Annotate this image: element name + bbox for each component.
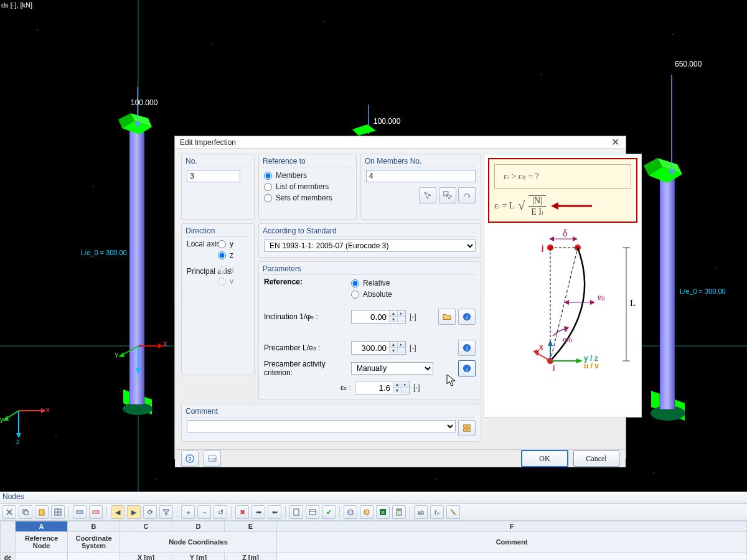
- precamber-label: Precamber L/e₀ :: [264, 343, 351, 352]
- arrow-left-icon: [550, 200, 593, 212]
- col-c-header[interactable]: C: [120, 521, 172, 532]
- tb-grid-icon[interactable]: [51, 505, 65, 519]
- absolute-radio[interactable]: [351, 291, 359, 299]
- ref-sets-radio[interactable]: [264, 194, 272, 202]
- svg-rect-53: [467, 425, 470, 427]
- nodes-table[interactable]: A B C D E F Reference Node Coordinate Sy…: [0, 521, 747, 560]
- svg-marker-40: [41, 408, 46, 413]
- on-members-input[interactable]: [366, 170, 476, 182]
- svg-text:L: L: [630, 298, 636, 308]
- edit-imperfection-dialog: Edit Imperfection ✕ No. Reference to Mem…: [174, 136, 626, 459]
- col-b-header[interactable]: B: [68, 521, 120, 532]
- cursor-icon: [446, 374, 456, 386]
- pick-window-icon[interactable]: [439, 187, 456, 203]
- svg-text:φ₀: φ₀: [563, 334, 572, 344]
- ok-button[interactable]: OK: [521, 450, 568, 467]
- tb-filter-icon[interactable]: [159, 505, 173, 519]
- tb-ab-icon[interactable]: ab: [414, 505, 428, 519]
- col-f-header[interactable]: F: [277, 521, 747, 532]
- tb-check-icon[interactable]: ✔: [322, 505, 336, 519]
- tb-3dnode-icon[interactable]: [360, 505, 374, 519]
- axis-y-label: Y: [115, 352, 119, 359]
- info-icon[interactable]: i: [458, 309, 476, 325]
- e0-input[interactable]: ▲▼▸: [355, 381, 410, 394]
- info-icon-2[interactable]: i: [458, 340, 476, 356]
- ref-list-radio[interactable]: [264, 183, 272, 191]
- activity-select[interactable]: Manually: [351, 362, 433, 375]
- col-d-header[interactable]: D: [172, 521, 225, 532]
- svg-text:u / v: u / v: [584, 362, 599, 370]
- ref-members-radio[interactable]: [264, 172, 272, 180]
- table-toolbar: ◀ ▶ ⟳ ＋ － ↺ ✖ ➡ ⬅ ✔ X ab fₓ: [0, 504, 747, 521]
- folder-icon[interactable]: [438, 309, 456, 325]
- formula-num: |N|: [529, 196, 546, 207]
- tb-row-del-icon[interactable]: [89, 505, 103, 519]
- tb-3dbox-icon[interactable]: [344, 505, 357, 519]
- comment-combo[interactable]: [187, 420, 456, 432]
- col-e-header[interactable]: E: [225, 521, 277, 532]
- col-a-header[interactable]: A: [16, 521, 68, 532]
- tb-table-icon[interactable]: [306, 505, 319, 519]
- svg-rect-101: [294, 509, 299, 515]
- cancel-button[interactable]: Cancel: [573, 450, 619, 467]
- dialog-titlebar[interactable]: Edit Imperfection ✕: [175, 136, 626, 149]
- column-mid[interactable]: [352, 105, 376, 136]
- col-x[interactable]: X [m]: [120, 553, 172, 561]
- pick-member-icon[interactable]: [419, 187, 436, 203]
- tb-copy-icon[interactable]: [19, 505, 32, 519]
- tb-script-icon[interactable]: [446, 505, 460, 519]
- tb-plus-icon[interactable]: ＋: [181, 505, 195, 519]
- tb-new-icon[interactable]: [289, 505, 303, 519]
- precamber-input[interactable]: ▲▼▸: [351, 341, 406, 355]
- column-right[interactable]: [644, 75, 685, 421]
- svg-marker-57: [551, 202, 558, 210]
- tb-arrow-right-icon[interactable]: ➡: [251, 505, 265, 519]
- close-icon[interactable]: ✕: [609, 136, 621, 148]
- axis-y-radio[interactable]: [218, 240, 226, 248]
- reverse-arrow-icon[interactable]: [458, 187, 476, 203]
- tb-paste-icon[interactable]: [35, 505, 49, 519]
- tb-refresh-icon[interactable]: ⟳: [143, 505, 157, 519]
- tb-excel-icon[interactable]: X: [376, 505, 390, 519]
- relative-radio[interactable]: [351, 279, 359, 287]
- standard-title: According to Standard: [263, 226, 476, 237]
- tb-nav-left-icon[interactable]: ◀: [111, 505, 125, 519]
- world-y-label: y: [0, 416, 4, 423]
- inclination-input[interactable]: ▲▼▸: [351, 310, 406, 324]
- axis-v-radio: [218, 278, 226, 286]
- units-icon[interactable]: 0.00: [204, 450, 221, 467]
- col-coord-sys[interactable]: Coordinate System: [68, 532, 120, 553]
- e0-unit: [-]: [413, 383, 420, 392]
- col-z[interactable]: Z [m]: [225, 553, 277, 561]
- svg-marker-44: [16, 433, 21, 438]
- standard-select[interactable]: EN 1993-1-1: 2005-07 (Eurocode 3): [264, 240, 476, 252]
- formula-eq2-lhs: εᵢ = L: [494, 200, 514, 211]
- illustration-panel: εᵢ > ε₀ = ? εᵢ = L √ |N| E Iᵢ: [484, 154, 642, 418]
- tb-calc-icon[interactable]: [392, 505, 406, 519]
- on-members-title: On Members No.: [365, 157, 476, 167]
- load-value-left: 100.000: [131, 98, 157, 107]
- tb-del-icon[interactable]: ✖: [235, 505, 249, 519]
- info-icon-3[interactable]: i: [458, 360, 476, 376]
- imperfection-no-input[interactable]: [187, 170, 240, 182]
- col-comment[interactable]: Comment: [277, 532, 747, 553]
- e0-label: ε₀ :: [264, 383, 355, 392]
- tb-reset-icon[interactable]: ↺: [214, 505, 227, 519]
- activity-label: Precamber activity criterion:: [264, 360, 351, 377]
- tb-minus-icon[interactable]: －: [197, 505, 211, 519]
- help-icon[interactable]: ?: [181, 450, 199, 467]
- axis-z-radio[interactable]: [218, 251, 226, 259]
- comment-title: Comment: [186, 407, 476, 418]
- svg-point-8: [55, 435, 56, 436]
- tb-row-add-icon[interactable]: [73, 505, 87, 519]
- tb-arrow-left-icon[interactable]: ⬅: [268, 505, 281, 519]
- col-y[interactable]: Y [m]: [172, 553, 225, 561]
- svg-point-12: [155, 478, 156, 479]
- tb-cut-icon[interactable]: [2, 505, 16, 519]
- tb-nav-right-icon[interactable]: ▶: [127, 505, 141, 519]
- node-coords-group: Node Coordinates: [120, 532, 277, 553]
- tb-fx-icon[interactable]: fₓ: [430, 505, 444, 519]
- comment-lib-icon[interactable]: [458, 420, 476, 436]
- col-ref-node[interactable]: Reference Node: [16, 532, 68, 553]
- svg-rect-33: [660, 177, 675, 409]
